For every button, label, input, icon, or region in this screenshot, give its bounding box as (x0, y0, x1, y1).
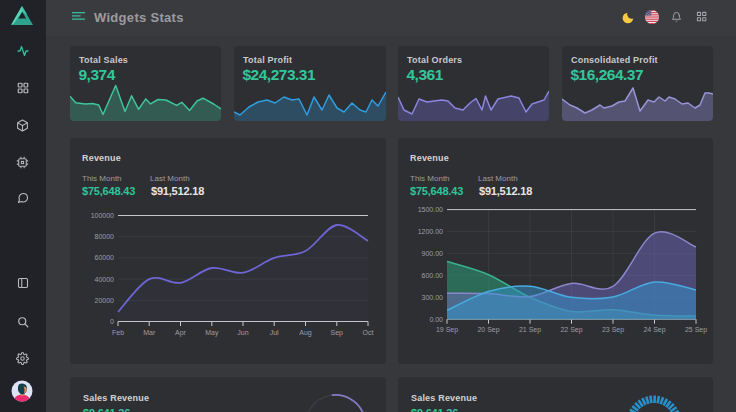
svg-text:20 Sep: 20 Sep (477, 326, 499, 334)
svg-text:25 Sep: 25 Sep (685, 326, 707, 334)
svg-text:0: 0 (110, 318, 114, 325)
svg-text:23 Sep: 23 Sep (602, 326, 624, 334)
svg-text:0.00: 0.00 (429, 316, 443, 323)
svg-text:20000: 20000 (95, 297, 115, 304)
svg-text:Jun: Jun (237, 329, 248, 336)
svg-text:Sep: Sep (331, 329, 344, 337)
svg-text:1500.00: 1500.00 (418, 206, 443, 213)
svg-text:40000: 40000 (95, 276, 115, 283)
svg-text:Mar: Mar (143, 329, 156, 336)
svg-text:80000: 80000 (95, 233, 115, 240)
svg-text:21 Sep: 21 Sep (519, 326, 541, 334)
svg-text:1200.00: 1200.00 (418, 228, 443, 235)
svg-text:100000: 100000 (91, 212, 114, 219)
svg-text:Jul: Jul (270, 329, 279, 336)
svg-text:60000: 60000 (95, 254, 115, 261)
svg-text:Oct: Oct (363, 329, 374, 336)
svg-text:300.00: 300.00 (422, 294, 444, 301)
svg-text:Apr: Apr (175, 329, 187, 337)
svg-text:900.00: 900.00 (422, 250, 444, 257)
svg-text:24 Sep: 24 Sep (643, 326, 665, 334)
svg-text:22 Sep: 22 Sep (560, 326, 582, 334)
svg-text:19 Sep: 19 Sep (436, 326, 458, 334)
svg-text:600.00: 600.00 (422, 272, 444, 279)
svg-text:May: May (205, 329, 219, 337)
svg-text:Aug: Aug (299, 329, 312, 337)
svg-text:Feb: Feb (112, 329, 124, 336)
